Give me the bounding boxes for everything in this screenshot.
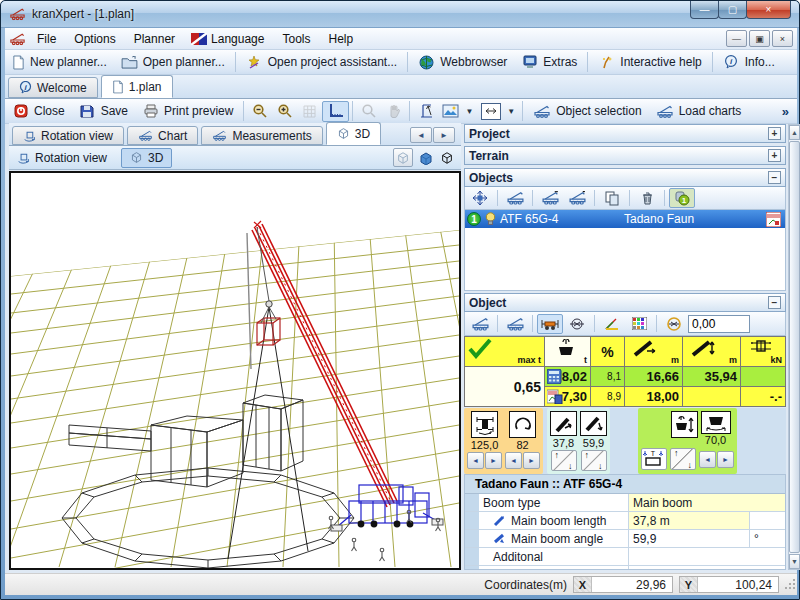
panel-project[interactable]: Project +	[464, 124, 786, 143]
panel-scrollbar[interactable]: ▲ ▼	[788, 124, 800, 570]
tab-scroll-right-button[interactable]: ►	[433, 127, 455, 143]
measure-height-button[interactable]	[413, 102, 438, 121]
tab-chart[interactable]: Chart	[127, 126, 198, 145]
panel-objects[interactable]: Objects −	[464, 168, 786, 187]
boom-length-updown-button[interactable]: ↑↓	[551, 450, 577, 471]
place-load-button[interactable]: T	[641, 448, 667, 470]
hook-updown-button[interactable]: ↑↓	[670, 448, 696, 470]
tab-plan[interactable]: 1.plan	[101, 75, 173, 98]
extras-button[interactable]: Extras	[514, 53, 584, 72]
calc-max-load-cell: 8,02	[545, 367, 591, 387]
3d-viewport[interactable]	[9, 171, 461, 570]
mdi-minimize-button[interactable]: —	[726, 30, 747, 47]
menu-language[interactable]: Language	[207, 29, 273, 49]
chart-book-icon	[547, 389, 563, 404]
open-project-assistant-button[interactable]: Open project assistant...	[239, 53, 404, 72]
menu-planner[interactable]: Planner	[125, 29, 184, 49]
view-outline-cube-button[interactable]	[437, 148, 457, 167]
boom-angle-updown-button[interactable]: ↑↓	[581, 450, 607, 471]
load-chart-mini-icon[interactable]	[766, 212, 781, 227]
zoom-out-button[interactable]	[247, 102, 272, 121]
print-preview-button[interactable]: Print preview	[135, 102, 240, 121]
tab-welcome[interactable]: i Welcome	[8, 77, 98, 98]
property-value[interactable]: 59,9	[629, 530, 750, 548]
toolbar-overflow-button[interactable]: »	[782, 104, 789, 119]
scroll-up-button[interactable]: ▲	[789, 125, 800, 140]
new-planner-button[interactable]: New planner...	[5, 53, 114, 72]
add-crane-flag-button[interactable]	[537, 188, 563, 208]
property-value[interactable]	[629, 566, 786, 570]
resize-grip[interactable]	[783, 579, 795, 591]
view-mode-dropdown[interactable]: ▼	[438, 102, 477, 121]
chart-angle-button[interactable]	[599, 314, 625, 334]
axle-plain-button[interactable]	[564, 314, 590, 334]
color-table-button[interactable]	[626, 314, 652, 334]
zoom-in-button[interactable]	[272, 102, 297, 121]
crane-default-button[interactable]	[502, 188, 528, 208]
mdi-close-button[interactable]: ×	[772, 30, 793, 47]
view-wireframe-cube-button[interactable]	[393, 148, 413, 167]
interactive-help-button[interactable]: Interactive help	[591, 53, 708, 72]
crane-config-button[interactable]	[467, 314, 493, 334]
move-object-button[interactable]	[467, 188, 493, 208]
scroll-down-button[interactable]: ▼	[789, 554, 800, 569]
panel-terrain[interactable]: Terrain +	[464, 146, 786, 165]
title-bar[interactable]: kranXpert - [1.plan] — ▢ ×	[1, 1, 799, 28]
object-number-badge: 1	[467, 212, 481, 226]
grid-button[interactable]	[297, 102, 322, 121]
visibility-bulb-icon[interactable]	[485, 212, 496, 226]
crane-chart-button[interactable]	[502, 314, 528, 334]
tab-3d[interactable]: 3D	[326, 122, 381, 145]
axle-loads-button[interactable]	[537, 314, 563, 334]
rotation-increase-button[interactable]: ►	[485, 452, 502, 469]
menu-help[interactable]: Help	[319, 29, 362, 49]
maximize-button[interactable]: ▢	[718, 1, 747, 19]
menu-options[interactable]: Options	[65, 29, 124, 49]
copy-object-button[interactable]	[599, 188, 625, 208]
subtab-3d[interactable]: 3D	[121, 148, 172, 168]
collapse-icon[interactable]: −	[768, 296, 781, 309]
expand-icon[interactable]: +	[768, 127, 781, 140]
delete-object-button[interactable]	[634, 188, 660, 208]
menu-file[interactable]: File	[28, 29, 65, 49]
mdi-restore-button[interactable]: ▣	[749, 30, 770, 47]
tab-measurements[interactable]: Measurements	[201, 126, 322, 145]
collapse-icon[interactable]: −	[768, 171, 781, 184]
open-planner-button[interactable]: Open planner...	[114, 53, 232, 71]
property-value[interactable]: 37,8 m	[629, 512, 750, 530]
ruler-axis-button[interactable]	[322, 101, 349, 122]
tab-rotation-view[interactable]: Rotation view	[12, 126, 124, 145]
slew-increase-button[interactable]: ►	[523, 452, 540, 469]
view-solid-cube-button[interactable]	[415, 148, 435, 167]
load-table-header-load: t	[545, 337, 591, 367]
rotation-ring-button[interactable]	[661, 314, 687, 334]
tab-scroll-left-button[interactable]: ◄	[410, 127, 432, 143]
rotation-decrease-button[interactable]: ◄	[467, 452, 484, 469]
object-list-item[interactable]: 1 ATF 65G-4 Tadano Faun	[465, 210, 785, 228]
info-button[interactable]: i Info...	[716, 53, 782, 72]
edit-angle-icon	[493, 533, 506, 545]
expand-icon[interactable]: +	[768, 149, 781, 162]
menu-tools[interactable]: Tools	[273, 29, 319, 49]
load-charts-button[interactable]: Load charts	[649, 102, 749, 120]
subtab-rotation-view[interactable]: Rotation view	[9, 149, 115, 167]
fit-width-dropdown[interactable]: ▼	[477, 101, 519, 122]
rotation-value-input[interactable]	[688, 315, 750, 333]
close-plan-button[interactable]: Close	[5, 102, 72, 121]
property-value[interactable]: Main boom	[629, 494, 786, 512]
pan-button[interactable]	[381, 102, 406, 121]
load-rotate-left-button[interactable]: ◄	[699, 451, 716, 468]
load-rotate-right-button[interactable]: ►	[717, 451, 734, 468]
property-value[interactable]	[629, 548, 786, 566]
webbrowser-button[interactable]: Webbrowser	[411, 53, 514, 72]
close-button[interactable]: ×	[746, 1, 791, 19]
show-object-ids-button[interactable]: 1	[669, 188, 695, 208]
object-selection-button[interactable]: Object selection	[526, 102, 648, 120]
scroll-thumb[interactable]	[789, 141, 800, 553]
slew-decrease-button[interactable]: ◄	[505, 452, 522, 469]
panel-object[interactable]: Object −	[464, 293, 786, 312]
save-button[interactable]: Save	[72, 102, 135, 121]
add-crane-button[interactable]	[564, 188, 590, 208]
minimize-button[interactable]: —	[690, 1, 719, 19]
zoom-region-button[interactable]	[356, 102, 381, 121]
